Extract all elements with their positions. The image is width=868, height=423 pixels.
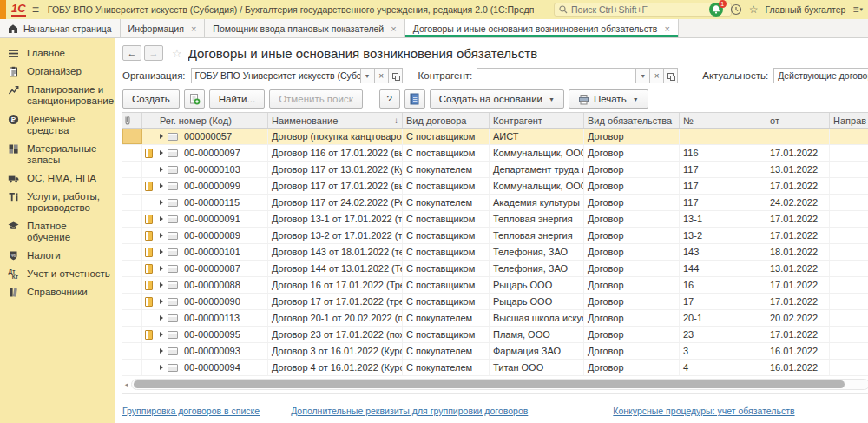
- tab-home[interactable]: Начальная страница: [0, 19, 121, 37]
- table-row[interactable]: 00-00000115 Договор 117 от 24.02.2022 (Р…: [122, 195, 868, 211]
- help-button[interactable]: ?: [379, 89, 400, 109]
- organization-open-icon[interactable]: [389, 68, 403, 83]
- favorites-star-icon[interactable]: ☆: [749, 0, 759, 19]
- sidebar-item-planning[interactable]: Планирование и санкционирование: [0, 81, 115, 110]
- service-menu-icon[interactable]: ≡▾: [852, 3, 863, 16]
- create-based-on-button[interactable]: Создать на основании▼: [430, 89, 564, 109]
- sidebar-item-main[interactable]: Главное: [0, 44, 115, 63]
- expand-arrow-icon[interactable]: [160, 249, 163, 254]
- forward-button[interactable]: →: [144, 45, 163, 61]
- search-input[interactable]: [571, 4, 727, 15]
- expand-arrow-icon[interactable]: [160, 266, 163, 271]
- table-row[interactable]: 00-00000091 Договор 13-1 от 17.01.2022 (…: [122, 211, 868, 228]
- column-date[interactable]: от: [766, 113, 830, 128]
- table-row[interactable]: 00-00000087 Договор 144 от 13.01.2022 (Т…: [122, 261, 868, 277]
- sidebar-item-organizer[interactable]: Органайзер: [0, 63, 115, 81]
- expand-arrow-icon[interactable]: [160, 299, 163, 304]
- table-row[interactable]: 00-00000088 Договор 16 от 17.01.2022 (Тр…: [122, 277, 868, 294]
- tab-close-icon[interactable]: ×: [664, 23, 669, 34]
- reg-number: 00-00000097: [184, 145, 240, 161]
- direction-cell: [830, 343, 868, 359]
- organization-dropdown-icon[interactable]: ▾: [361, 68, 375, 83]
- expand-arrow-icon[interactable]: [160, 332, 163, 337]
- find-button[interactable]: Найти...: [209, 89, 265, 109]
- table-body: 000000057 Договор (покупка канцтоваров) …: [122, 129, 868, 376]
- cancel-search-button[interactable]: Отменить поиск: [269, 89, 363, 109]
- expand-arrow-icon[interactable]: [160, 200, 163, 205]
- table-row[interactable]: 00-00000094 Договор 4 от 16.01.2022 (Кур…: [122, 360, 868, 376]
- column-number[interactable]: №: [680, 113, 766, 128]
- document-icon: [168, 149, 178, 157]
- column-contractor[interactable]: Контрагент: [490, 113, 584, 128]
- contract-kind: С поставщиком: [403, 211, 490, 227]
- table-row[interactable]: 00-00000113 Договор 20-1 от 20.02.2022 (…: [122, 310, 868, 327]
- column-attachments[interactable]: [122, 113, 142, 128]
- table-row[interactable]: 00-00000093 Договор 3 от 16.01.2022 (Кур…: [122, 343, 868, 360]
- sidebar-item-paid-education[interactable]: Платное обучение: [0, 217, 115, 247]
- organization-field[interactable]: ГОБУ ВПО Университет искусств (Субсидия): [191, 68, 361, 83]
- column-name[interactable]: Наименование↓: [268, 113, 403, 128]
- back-button[interactable]: ←: [122, 45, 141, 61]
- table-row[interactable]: 00-00000089 Договор 13-2 от 17.01.2022 (…: [122, 228, 868, 244]
- table-row[interactable]: 00-00000090 Договор 17 от 17.01.2022 (тр…: [122, 294, 868, 310]
- link-additional-attributes[interactable]: Дополнительные реквизиты для группировки…: [291, 406, 528, 416]
- document-icon: [168, 248, 178, 256]
- create-group-button[interactable]: [184, 89, 205, 109]
- reg-number: 00-00000091: [184, 211, 240, 227]
- tab-close-icon[interactable]: ×: [191, 23, 196, 34]
- tab-plan-assistant[interactable]: Помощник ввода плановых показателей ×: [205, 19, 404, 37]
- actuality-select[interactable]: Действующие договоры ▾: [773, 68, 868, 83]
- expand-arrow-icon[interactable]: [160, 348, 163, 354]
- table-row[interactable]: 00-00000099 Договор 117 от 17.01.2022 (в…: [122, 178, 868, 195]
- scrollbar-thumb[interactable]: [134, 380, 845, 388]
- column-direction[interactable]: Направ: [830, 113, 868, 128]
- expand-arrow-icon[interactable]: [160, 233, 163, 238]
- tab-information[interactable]: Информация ×: [121, 19, 206, 37]
- expand-arrow-icon[interactable]: [160, 134, 163, 139]
- main-menu-icon[interactable]: ≡: [32, 3, 39, 17]
- contract-name: Договор 17 от 17.01.2022 (тревож…: [268, 294, 403, 309]
- table-row[interactable]: 000000057 Договор (покупка канцтоваров) …: [122, 129, 868, 145]
- column-reg-number[interactable]: Рег. номер (Код): [142, 113, 268, 128]
- organization-clear-icon[interactable]: ×: [375, 68, 389, 83]
- sidebar-item-accounting[interactable]: ДтКт Учет и отчетность: [0, 265, 115, 283]
- column-contract-kind[interactable]: Вид договора: [403, 113, 490, 128]
- expand-arrow-icon[interactable]: [160, 315, 163, 321]
- scroll-left-icon[interactable]: ◂: [122, 381, 130, 388]
- table-row[interactable]: 00-00000103 Договор 117 от 13.01.2022 (К…: [122, 162, 868, 178]
- row-selection-cell: [122, 178, 142, 194]
- link-tender-procedures[interactable]: Конкурсные процедуры: учет обязательств: [613, 406, 794, 416]
- expand-arrow-icon[interactable]: [160, 167, 163, 172]
- sidebar-item-money[interactable]: Р Денежные средства: [0, 110, 115, 140]
- contractor-name: Коммунальщик, ООО: [490, 145, 584, 161]
- history-clock-icon[interactable]: [730, 3, 742, 16]
- journal-button[interactable]: [404, 89, 425, 109]
- contractor-field[interactable]: [477, 68, 636, 83]
- sidebar-item-taxes[interactable]: % Налоги: [0, 247, 115, 265]
- scrollbar-track[interactable]: [131, 379, 868, 390]
- expand-arrow-icon[interactable]: [160, 216, 163, 221]
- tab-close-icon[interactable]: ×: [391, 23, 396, 34]
- expand-arrow-icon[interactable]: [160, 183, 163, 188]
- add-favorite-star-icon[interactable]: ☆: [172, 47, 182, 60]
- sidebar-item-materials[interactable]: Материальные запасы: [0, 140, 115, 169]
- sidebar-item-os-nma-npa[interactable]: ОС, НМА, НПА: [0, 169, 115, 188]
- contractor-dropdown-icon[interactable]: ▾: [636, 68, 650, 83]
- table-row[interactable]: 00-00000101 Договор 143 от 18.01.2022 (т…: [122, 244, 868, 261]
- expand-arrow-icon[interactable]: [160, 282, 163, 288]
- print-button[interactable]: Печать▼: [569, 89, 648, 109]
- tab-contracts[interactable]: Договоры и иные основания возникновения …: [405, 19, 679, 37]
- notifications-bell-icon[interactable]: 1: [709, 3, 723, 17]
- contractor-open-icon[interactable]: [664, 68, 678, 83]
- expand-arrow-icon[interactable]: [160, 365, 163, 370]
- contractor-clear-icon[interactable]: ×: [650, 68, 664, 83]
- link-grouping[interactable]: Группировка договоров в списке: [122, 406, 260, 416]
- expand-arrow-icon[interactable]: [160, 150, 163, 155]
- column-obligation-kind[interactable]: Вид обязательства: [584, 113, 680, 128]
- sidebar-item-references[interactable]: Справочники: [0, 283, 115, 301]
- table-row[interactable]: 00-00000095 Договор 23 от 17.01.2022 (по…: [122, 327, 868, 343]
- global-search[interactable]: [554, 3, 732, 17]
- table-row[interactable]: 00-00000097 Договор 116 от 17.01.2022 (в…: [122, 145, 868, 162]
- create-button[interactable]: Создать: [122, 89, 180, 109]
- sidebar-item-services[interactable]: Услуги, работы, производство: [0, 188, 115, 217]
